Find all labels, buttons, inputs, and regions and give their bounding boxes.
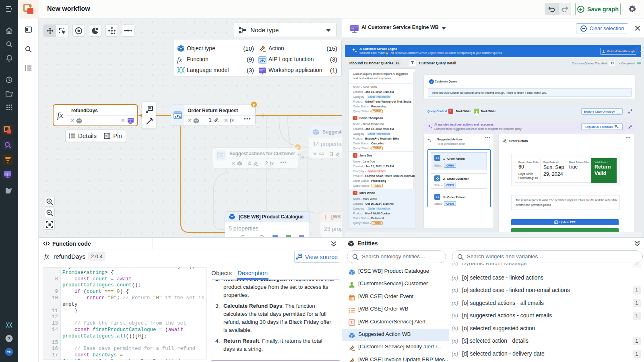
svg-text:?: ? (8, 336, 10, 341)
svg-text:!: ! (351, 320, 353, 325)
svg-text:?: ? (431, 80, 433, 84)
svg-text:YS: YS (7, 350, 12, 354)
